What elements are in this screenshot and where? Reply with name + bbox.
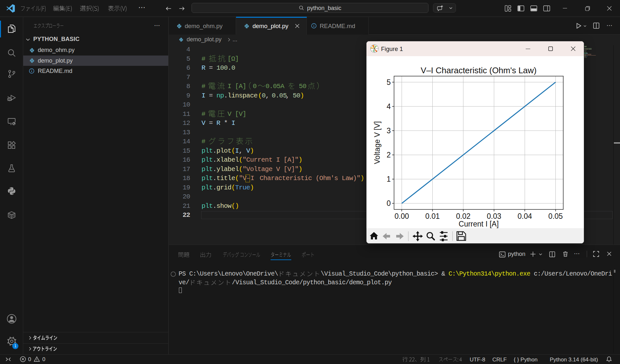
svg-text:0.01: 0.01 (425, 212, 440, 220)
svg-text:2: 2 (387, 151, 391, 159)
svg-text:4: 4 (387, 102, 391, 111)
svg-text:0.04: 0.04 (518, 212, 532, 220)
svg-text:V–I Characteristic (Ohm's Law): V–I Characteristic (Ohm's Law) (421, 66, 537, 75)
svg-text:1: 1 (387, 175, 391, 183)
svg-text:Voltage V [V]: Voltage V [V] (373, 121, 381, 164)
svg-text:Current I [A]: Current I [A] (459, 220, 499, 228)
svg-text:0: 0 (387, 199, 391, 207)
svg-text:0.03: 0.03 (487, 212, 501, 220)
svg-text:0.02: 0.02 (456, 212, 470, 220)
svg-text:0.00: 0.00 (395, 212, 409, 220)
svg-text:5: 5 (387, 78, 391, 86)
svg-text:0.05: 0.05 (548, 212, 563, 220)
svg-text:3: 3 (387, 126, 391, 135)
